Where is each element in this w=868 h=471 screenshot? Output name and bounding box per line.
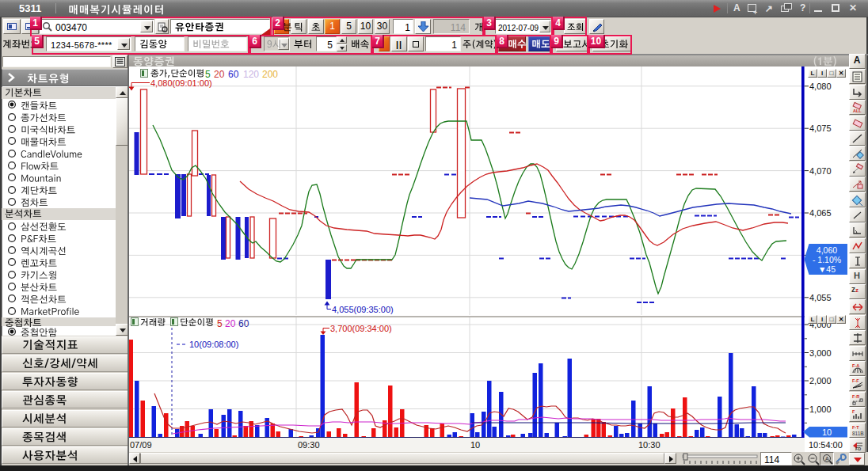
svg-text:811B: 811B [852, 431, 864, 436]
svg-text:4,070: 4,070 [809, 166, 832, 176]
svg-text:F-R: F-R [852, 394, 859, 399]
svg-text:10: 10 [822, 427, 832, 437]
svg-text:FD: FD [855, 446, 861, 451]
svg-text:4,055(09:35:00): 4,055(09:35:00) [332, 305, 394, 314]
svg-text:3,000: 3,000 [809, 348, 832, 358]
svg-text:4,080(09:01:00): 4,080(09:01:00) [150, 78, 212, 88]
svg-text:F: F [852, 409, 855, 414]
svg-text:A: A [825, 456, 829, 462]
svg-text:2,000: 2,000 [809, 376, 832, 386]
svg-text:3,700(09:34:00): 3,700(09:34:00) [330, 324, 392, 333]
svg-text:1,000: 1,000 [809, 405, 832, 414]
svg-text:F-T: F-T [852, 425, 859, 430]
svg-text:- 1.10%: - 1.10% [813, 255, 841, 264]
svg-text:10(09:08:00): 10(09:08:00) [189, 340, 238, 349]
svg-text:▼45: ▼45 [818, 264, 836, 274]
svg-text:F-F: F-F [852, 378, 859, 383]
svg-text:4,080: 4,080 [809, 82, 832, 91]
svg-text:4,065: 4,065 [809, 208, 832, 218]
svg-text:4,075: 4,075 [809, 123, 832, 133]
svg-text:4,060: 4,060 [817, 245, 837, 255]
svg-text:4,055: 4,055 [809, 293, 832, 302]
svg-text:F-A: F-A [852, 363, 859, 368]
svg-text:ALL: ALL [853, 108, 862, 113]
